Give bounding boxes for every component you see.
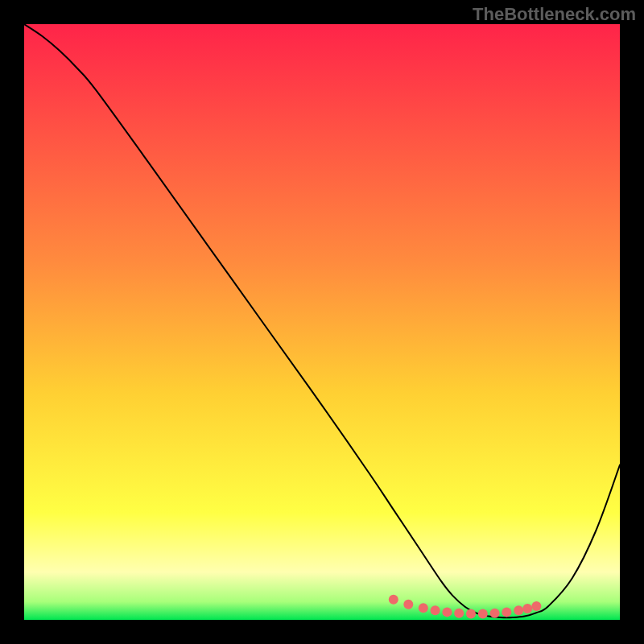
chart-svg: [24, 24, 620, 620]
dot: [531, 601, 541, 611]
dot: [478, 609, 488, 619]
dot: [522, 604, 532, 613]
dot: [419, 603, 428, 613]
dot: [454, 609, 464, 618]
plot-area: [24, 24, 620, 620]
chart-root: TheBottleneck.com: [0, 0, 644, 644]
watermark-text: TheBottleneck.com: [473, 4, 636, 25]
dot: [431, 605, 440, 615]
dot: [466, 609, 476, 619]
dot: [389, 595, 398, 605]
dot: [490, 609, 500, 618]
dot: [442, 607, 452, 617]
dot: [403, 600, 413, 609]
dot: [502, 607, 511, 617]
dot: [514, 605, 523, 615]
